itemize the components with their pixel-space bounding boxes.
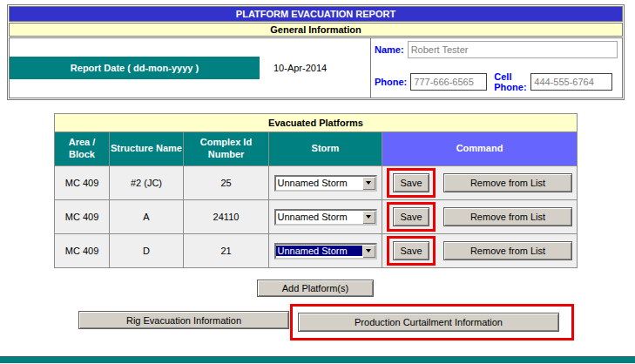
save-annotation-box: Save <box>387 202 436 232</box>
report-date-label: Report Date ( dd-mon-yyyy ) <box>10 57 260 79</box>
col-header-structure-name: Structure Name <box>110 132 184 166</box>
storm-select-value: Unnamed Storm <box>276 178 362 188</box>
storm-select[interactable]: Unnamed Storm <box>274 243 377 260</box>
evacuated-platforms-section: Evacuated Platforms Area / Block Structu… <box>54 113 577 268</box>
storm-select[interactable]: Unnamed Storm <box>274 209 377 226</box>
save-annotation-box: Save <box>387 236 436 266</box>
report-date-value: 10-Apr-2014 <box>274 63 327 73</box>
structure-name-cell: #2 (JC) <box>110 166 184 200</box>
rig-evacuation-button[interactable]: Rig Evacuation Information <box>78 311 289 329</box>
name-row: Name: <box>375 41 618 58</box>
table-row: MC 409 A 24110 Unnamed Storm Save Remove… <box>55 200 578 234</box>
add-platforms-row: Add Platform(s) <box>54 280 577 297</box>
complex-id-cell: 25 <box>184 166 269 200</box>
command-cell: Save Remove from List <box>382 166 578 200</box>
col-header-area-block: Area / Block <box>55 132 110 166</box>
complex-id-cell: 21 <box>184 234 269 268</box>
command-cell: Save Remove from List <box>382 200 578 234</box>
complex-id-cell: 24110 <box>184 200 269 234</box>
phone-label: Phone: <box>375 77 407 87</box>
footer-bar <box>0 356 635 363</box>
bottom-actions: Rig Evacuation Information Production Cu… <box>0 304 635 344</box>
phone-input[interactable] <box>410 73 487 91</box>
storm-select-value: Unnamed Storm <box>276 212 362 222</box>
col-header-storm: Storm <box>269 132 382 166</box>
storm-cell: Unnamed Storm <box>269 200 382 234</box>
structure-name-cell: A <box>110 200 184 234</box>
chevron-down-icon[interactable] <box>362 211 375 224</box>
cell-phone-input[interactable] <box>530 73 612 91</box>
general-info-header: General Information <box>9 23 623 37</box>
evacuated-platforms-header: Evacuated Platforms <box>55 114 578 132</box>
chevron-down-icon[interactable] <box>362 245 375 258</box>
storm-cell: Unnamed Storm <box>269 166 382 200</box>
name-label: Name: <box>375 44 404 55</box>
cell-phone-label: Cell Phone: <box>494 71 527 92</box>
storm-select[interactable]: Unnamed Storm <box>274 175 377 192</box>
storm-cell: Unnamed Storm <box>269 234 382 268</box>
area-block-cell: MC 409 <box>55 200 110 234</box>
contact-fields: Name: Phone: Cell Phone: <box>371 38 622 98</box>
table-row: MC 409 D 21 Unnamed Storm Save Remove fr… <box>55 234 578 268</box>
structure-name-cell: D <box>110 234 184 268</box>
phone-row: Phone: Cell Phone: <box>375 71 618 92</box>
table-row: MC 409 #2 (JC) 25 Unnamed Storm Save Rem… <box>55 166 578 200</box>
area-block-cell: MC 409 <box>55 234 110 268</box>
page-root: { "title": "PLATFORM EVACUATION REPORT",… <box>0 0 635 364</box>
col-header-complex-id: Complex Id Number <box>184 132 269 166</box>
remove-from-list-button[interactable]: Remove from List <box>443 207 572 226</box>
save-annotation-box: Save <box>387 168 436 198</box>
report-date-area: Report Date ( dd-mon-yyyy ) 10-Apr-2014 <box>10 38 371 98</box>
production-curtailment-button[interactable]: Production Curtailment Information <box>298 313 559 332</box>
save-button[interactable]: Save <box>393 207 429 226</box>
command-cell: Save Remove from List <box>382 234 578 268</box>
general-info-section: PLATFORM EVACUATION REPORT General Infor… <box>7 4 625 100</box>
evacuated-platforms-table: Evacuated Platforms Area / Block Structu… <box>54 113 578 268</box>
add-platforms-button[interactable]: Add Platform(s) <box>257 280 374 297</box>
remove-from-list-button[interactable]: Remove from List <box>443 173 572 192</box>
page-title: PLATFORM EVACUATION REPORT <box>9 6 623 22</box>
storm-select-value: Unnamed Storm <box>276 246 362 256</box>
save-button[interactable]: Save <box>393 173 429 192</box>
name-input[interactable] <box>408 41 618 58</box>
chevron-down-icon[interactable] <box>362 177 375 190</box>
production-annotation-box: Production Curtailment Information <box>290 304 574 340</box>
save-button[interactable]: Save <box>393 241 429 260</box>
area-block-cell: MC 409 <box>55 166 110 200</box>
general-info-content: Report Date ( dd-mon-yyyy ) 10-Apr-2014 … <box>9 37 623 98</box>
remove-from-list-button[interactable]: Remove from List <box>443 241 572 260</box>
col-header-command: Command <box>382 132 578 166</box>
